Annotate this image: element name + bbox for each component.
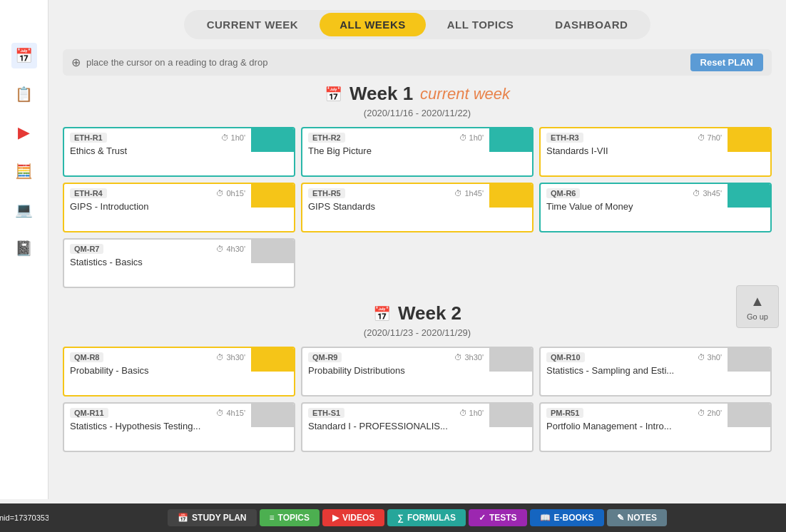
formulas-label: FORMULAS [407,513,456,523]
card-qm-r7[interactable]: QM-R7 4h30' Statistics - Basics [63,238,295,288]
card-time: 3h45' [693,189,722,198]
card-name: Probability Distributions [308,365,484,376]
tab-dashboard[interactable]: DASHBOARD [535,13,648,36]
debug-nid-label: nid=17370353 [0,503,49,532]
bar-white [251,208,294,231]
hint-bar: ⊕ place the cursor on a reading to drag … [63,49,772,76]
card-qm-r6[interactable]: QM-R6 3h45' Time Value of Money [539,183,772,232]
card-qm-r11[interactable]: QM-R11 4h15' Statistics - Hypothesis Tes… [63,402,295,452]
card-qm-r10[interactable]: QM-R10 3h0' Statistics - Sampling and Es… [539,347,772,397]
card-eth-r2[interactable]: ETH-R2 1h0' The Big Picture [301,127,534,177]
card-eth-r4-content: ETH-R4 0h15' GIPS - Introduction [64,184,251,231]
topics-icon: ≡ [270,513,275,523]
card-name: Time Value of Money [546,201,722,212]
bar-gray [251,404,294,427]
bar-yellow [728,128,770,152]
bar-teal [728,184,770,208]
bar-white [489,427,532,451]
toolbar-formulas-button[interactable]: ∑ FORMULAS [387,509,466,526]
go-up-button[interactable]: ▲ Go up [736,285,779,328]
bar-gray [251,240,294,263]
card-eth-s1[interactable]: ETH-S1 1h0' Standard I - PROFESSIONALIS.… [301,402,534,452]
card-eth-r5-content: ETH-R5 1h45' GIPS Standards [302,184,489,231]
card-bars [728,348,770,395]
card-header: ETH-R1 1h0' [70,133,245,143]
bar-gray [728,404,770,427]
card-code: QM-R9 [308,352,342,362]
card-pm-r51[interactable]: PM-R51 2h0' Portfolio Management - Intro… [539,402,772,452]
sidebar-icon-book[interactable]: 📓 [11,235,37,261]
bar-white [489,208,532,231]
nav-tabs-container: CURRENT WEEK ALL WEEKS ALL TOPICS DASHBO… [184,10,651,39]
tab-all-topics[interactable]: ALL TOPICS [427,13,534,36]
card-time: 3h0' [698,353,722,362]
week1-section: 📅 Week 1 current week (2020/11/16 - 2020… [63,83,772,288]
bar-white [251,372,294,395]
card-qm-r11-content: QM-R11 4h15' Statistics - Hypothesis Tes… [64,404,251,451]
toolbar-ebooks-button[interactable]: 📖 E-BOOKS [530,509,604,526]
card-code: ETH-R2 [308,133,345,143]
main-content: CURRENT WEEK ALL WEEKS ALL TOPICS DASHBO… [49,0,786,503]
week1-cards-grid: ETH-R1 1h0' Ethics & Trust ETH-R2 1h0' [63,127,772,288]
card-code: QM-R8 [70,352,103,362]
card-header: PM-R51 2h0' [546,408,722,418]
topics-label: TOPICS [278,513,310,523]
bar-teal [489,128,532,152]
week2-section: 📅 Week 2 (2020/11/23 - 2020/11/29) QM-R8… [63,302,772,452]
toolbar-notes-button[interactable]: ✎ NOTES [607,509,667,526]
card-qm-r9-content: QM-R9 3h30' Probability Distributions [302,348,489,395]
card-bars [489,184,532,231]
card-time: 3h30' [216,353,245,362]
card-bars [251,404,294,451]
sidebar-icon-monitor[interactable]: 💻 [11,197,37,222]
card-header: QM-R9 3h30' [308,352,484,362]
card-qm-r8[interactable]: QM-R8 3h30' Probability - Basics [63,347,295,397]
card-eth-r4[interactable]: ETH-R4 0h15' GIPS - Introduction [63,183,295,232]
card-code: ETH-R3 [546,133,583,143]
card-time: 1h45' [454,189,484,198]
card-name: Portfolio Management - Intro... [546,421,722,431]
bar-white [728,427,770,451]
notes-label: NOTES [628,513,657,523]
card-header: QM-R6 3h45' [546,188,722,198]
reset-plan-button[interactable]: Reset PLAN [690,53,763,71]
current-week-label: current week [420,85,510,103]
card-name: Statistics - Sampling and Esti... [546,365,722,376]
card-qm-r6-content: QM-R6 3h45' Time Value of Money [541,184,728,231]
card-qm-r9[interactable]: QM-R9 3h30' Probability Distributions [301,347,534,397]
bar-white [251,152,294,175]
week1-title: 📅 Week 1 current week [63,83,772,105]
bar-teal [251,128,294,152]
week2-dates: (2020/11/23 - 2020/11/29) [63,327,772,338]
toolbar-study-plan-button[interactable]: 📅 STUDY PLAN [168,509,256,526]
card-header: QM-R8 3h30' [70,352,245,362]
toolbar-tests-button[interactable]: ✓ TESTS [469,509,527,526]
sidebar-icon-calendar[interactable]: 📅 [11,43,37,68]
sidebar: 📅 📋 ▶ 🧮 💻 📓 [0,0,49,499]
card-time: 7h0' [698,133,722,142]
card-eth-r1[interactable]: ETH-R1 1h0' Ethics & Trust [63,127,295,177]
card-header: QM-R11 4h15' [70,408,245,418]
toolbar-topics-button[interactable]: ≡ TOPICS [260,509,320,526]
card-eth-r3[interactable]: ETH-R3 7h0' Standards I-VII [539,127,772,177]
card-name: Statistics - Basics [70,257,245,267]
toolbar-videos-button[interactable]: ▶ VIDEOS [322,509,384,526]
card-bars [251,348,294,395]
sidebar-icon-calculator[interactable]: 🧮 [11,158,37,184]
card-code: QM-R11 [70,408,108,418]
card-eth-s1-content: ETH-S1 1h0' Standard I - PROFESSIONALIS.… [302,404,489,451]
card-name: Standards I-VII [546,145,722,156]
drag-icon: ⊕ [71,56,81,69]
card-time: 3h30' [454,353,484,362]
sidebar-icon-list[interactable]: 📋 [11,81,37,107]
card-qm-r8-content: QM-R8 3h30' Probability - Basics [64,348,251,395]
card-eth-r5[interactable]: ETH-R5 1h45' GIPS Standards [301,183,534,232]
card-qm-r10-content: QM-R10 3h0' Statistics - Sampling and Es… [541,348,728,395]
bar-yellow [251,184,294,208]
tab-current-week[interactable]: CURRENT WEEK [187,13,319,36]
formulas-icon: ∑ [397,513,404,523]
card-eth-r2-content: ETH-R2 1h0' The Big Picture [302,128,489,175]
calendar-icon-week2: 📅 [373,305,391,322]
sidebar-icon-play[interactable]: ▶ [11,120,37,145]
tab-all-weeks[interactable]: ALL WEEKS [320,13,426,36]
